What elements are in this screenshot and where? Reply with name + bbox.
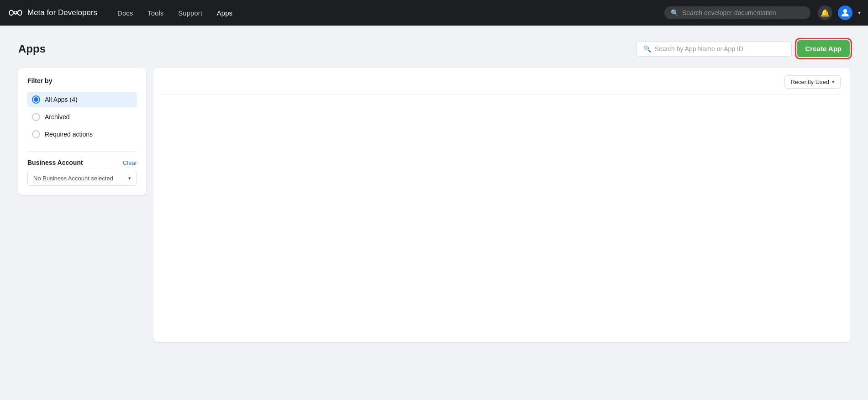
business-account-select[interactable]: No Business Account selected ▾ bbox=[27, 171, 137, 186]
logo[interactable]: Meta for Developers bbox=[7, 8, 97, 18]
search-icon: 🔍 bbox=[671, 9, 679, 16]
page-title: Apps bbox=[18, 42, 46, 55]
filter-title: Filter by bbox=[27, 77, 137, 84]
filter-option-all-apps[interactable]: All Apps (4) bbox=[27, 92, 137, 107]
nav-apps[interactable]: Apps bbox=[211, 5, 238, 21]
filter-all-apps-label: All Apps (4) bbox=[45, 96, 78, 103]
radio-archived bbox=[32, 113, 40, 121]
recently-used-label: Recently Used bbox=[790, 79, 829, 85]
radio-required-actions bbox=[32, 130, 40, 138]
page-header: Apps 🔍 Create App bbox=[18, 40, 850, 57]
recently-used-select[interactable]: Recently Used ▾ bbox=[784, 75, 841, 89]
app-search-box: 🔍 bbox=[637, 41, 792, 57]
search-input[interactable] bbox=[682, 9, 804, 16]
radio-all-apps bbox=[32, 95, 40, 104]
business-account-header: Business Account Clear bbox=[27, 159, 137, 166]
app-search-input[interactable] bbox=[655, 45, 785, 53]
create-app-button[interactable]: Create App bbox=[797, 40, 850, 57]
topnav-right: 🔔 ▾ bbox=[818, 5, 861, 20]
business-account-value: No Business Account selected bbox=[33, 175, 113, 182]
avatar[interactable] bbox=[838, 5, 852, 20]
nav-tools[interactable]: Tools bbox=[142, 5, 169, 21]
search-box: 🔍 bbox=[664, 6, 810, 19]
apps-panel: Recently Used ▾ bbox=[153, 68, 850, 342]
filter-option-required-actions[interactable]: Required actions bbox=[27, 126, 137, 142]
notification-bell[interactable]: 🔔 bbox=[818, 5, 832, 20]
business-account-section: Business Account Clear No Business Accou… bbox=[27, 151, 137, 186]
filter-archived-label: Archived bbox=[45, 113, 69, 121]
topnav-links: Docs Tools Support Apps bbox=[112, 5, 664, 21]
page-header-right: 🔍 Create App bbox=[637, 40, 850, 57]
recently-used-chevron: ▾ bbox=[832, 79, 835, 85]
apps-panel-header: Recently Used ▾ bbox=[163, 75, 841, 95]
nav-support[interactable]: Support bbox=[173, 5, 208, 21]
filter-option-archived[interactable]: Archived bbox=[27, 109, 137, 125]
main-container: Apps 🔍 Create App Filter by All Apps (4)… bbox=[0, 26, 868, 357]
app-search-icon: 🔍 bbox=[643, 45, 651, 53]
filter-required-actions-label: Required actions bbox=[45, 131, 93, 138]
business-account-label: Business Account bbox=[27, 159, 83, 166]
nav-docs[interactable]: Docs bbox=[112, 5, 138, 21]
filter-sidebar: Filter by All Apps (4) Archived Required… bbox=[18, 68, 146, 195]
content-area: Filter by All Apps (4) Archived Required… bbox=[18, 68, 850, 342]
business-account-chevron: ▾ bbox=[128, 175, 131, 181]
clear-button[interactable]: Clear bbox=[123, 159, 137, 166]
avatar-chevron[interactable]: ▾ bbox=[858, 10, 861, 16]
topnav: Meta for Developers Docs Tools Support A… bbox=[0, 0, 868, 26]
svg-point-0 bbox=[843, 9, 847, 13]
bell-icon: 🔔 bbox=[821, 9, 830, 17]
logo-text: Meta for Developers bbox=[27, 8, 97, 17]
